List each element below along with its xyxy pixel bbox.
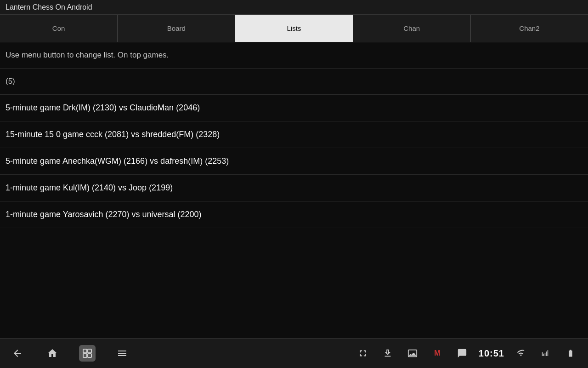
download-icon: [379, 345, 396, 362]
tab-lists[interactable]: Lists: [235, 15, 353, 42]
nav-bar: M 10:51: [0, 338, 588, 368]
back-button[interactable]: [9, 345, 26, 362]
svg-rect-3: [88, 354, 91, 357]
clock: 10:51: [479, 348, 504, 359]
tab-chan2[interactable]: Chan2: [471, 15, 588, 42]
talk-icon: [454, 345, 470, 362]
tab-con[interactable]: Con: [0, 15, 118, 42]
recent-apps-button[interactable]: [79, 345, 96, 362]
game-item-3[interactable]: 5-minute game Anechka(WGM) (2166) vs daf…: [0, 148, 588, 175]
instruction-text: Use menu button to change list. On top g…: [0, 42, 588, 69]
svg-rect-0: [83, 349, 87, 353]
home-button[interactable]: [44, 345, 61, 362]
gallery-icon: [404, 345, 421, 362]
gmail-icon: M: [429, 345, 446, 362]
game-item-2[interactable]: 15-minute 15 0 game ccck (2081) vs shred…: [0, 121, 588, 148]
content-area: Use menu button to change list. On top g…: [0, 42, 588, 338]
wifi-icon: [513, 345, 529, 362]
game-item-1[interactable]: 5-minute game Drk(IM) (2130) vs ClaudioM…: [0, 95, 588, 121]
expand-icon: [355, 345, 371, 362]
signal-icon: [537, 345, 554, 362]
status-bar: M 10:51: [355, 345, 579, 362]
svg-rect-1: [88, 349, 91, 353]
nav-left-group: [9, 345, 130, 362]
battery-icon: [562, 345, 579, 362]
tab-chan[interactable]: Chan: [353, 15, 471, 42]
tab-board[interactable]: Board: [118, 15, 235, 42]
game-count: (5): [0, 69, 588, 95]
menu-button[interactable]: [114, 345, 130, 362]
svg-rect-2: [83, 354, 87, 357]
tab-bar: Con Board Lists Chan Chan2: [0, 15, 588, 42]
title-bar: Lantern Chess On Android: [0, 0, 588, 15]
game-item-5[interactable]: 1-minute game Yarosavich (2270) vs unive…: [0, 201, 588, 228]
app-title: Lantern Chess On Android: [6, 3, 92, 12]
game-item-4[interactable]: 1-minute game Kul(IM) (2140) vs Joop (21…: [0, 175, 588, 201]
